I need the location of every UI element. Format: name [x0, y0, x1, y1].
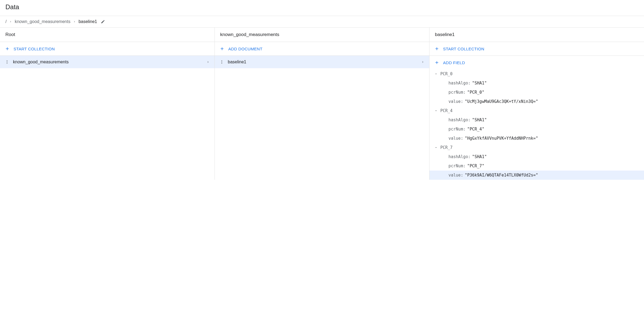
field-value: "SHA1"	[472, 154, 487, 159]
plus-icon	[5, 46, 10, 51]
panel-document: baseline1 START COLLECTION ADD FIELD PCR…	[430, 28, 644, 180]
field-value: "SHA1"	[472, 117, 487, 122]
chevron-right-icon	[9, 20, 12, 23]
breadcrumb: / known_good_measurements baseline1	[0, 16, 644, 27]
svg-point-2	[7, 63, 8, 64]
action-label: START COLLECTION	[14, 47, 55, 51]
field-value: "P36k9AI/W6QTAFe14TLX0WfUd2s="	[465, 173, 538, 178]
svg-point-1	[7, 62, 8, 63]
caret-down-icon	[434, 109, 438, 112]
field-kv[interactable]: hashAlgo:"SHA1"	[430, 115, 644, 125]
field-key: hashAlgo:	[448, 117, 470, 122]
page-title: Data	[0, 0, 644, 16]
caret-down-icon	[434, 72, 438, 76]
field-group-name: PCR_0	[440, 71, 453, 76]
list-item-label: known_good_measurements	[13, 60, 203, 64]
breadcrumb-collection[interactable]: known_good_measurements	[15, 19, 70, 24]
chevron-right-icon	[73, 20, 76, 23]
action-label: ADD FIELD	[443, 60, 465, 65]
field-key: value:	[448, 136, 463, 141]
field-group[interactable]: PCR_0	[430, 69, 644, 79]
field-group-name: PCR_4	[440, 108, 453, 113]
chevron-right-icon	[206, 60, 210, 64]
start-collection-button-doc[interactable]: START COLLECTION	[430, 42, 644, 56]
list-item[interactable]: known_good_measurements	[0, 56, 214, 68]
field-kv[interactable]: value:"UcMj3gwMaU9GAc3QK+tY/xNin3Q="	[430, 97, 644, 106]
field-value: "UcMj3gwMaU9GAc3QK+tY/xNin3Q="	[465, 99, 538, 104]
field-kv[interactable]: pcrNum:"PCR_4"	[430, 125, 644, 134]
svg-point-5	[222, 63, 222, 64]
field-group[interactable]: PCR_7	[430, 143, 644, 152]
plus-icon	[434, 46, 439, 51]
add-document-button[interactable]: ADD DOCUMENT	[215, 42, 429, 56]
field-key: hashAlgo:	[448, 81, 470, 86]
field-key: value:	[448, 173, 463, 178]
field-kv[interactable]: value:"P36k9AI/W6QTAFe14TLX0WfUd2s="	[430, 171, 644, 180]
field-kv[interactable]: value:"HgGxYkfAVVnuPVK+YfAddNHPrnk="	[430, 134, 644, 143]
field-key: pcrNum:	[448, 164, 466, 168]
plus-icon	[434, 60, 439, 65]
add-field-button[interactable]: ADD FIELD	[430, 56, 644, 69]
action-label: START COLLECTION	[443, 47, 484, 51]
more-vert-icon[interactable]	[220, 60, 224, 64]
chevron-right-icon	[421, 60, 424, 64]
field-kv[interactable]: hashAlgo:"SHA1"	[430, 152, 644, 161]
field-kv[interactable]: hashAlgo:"SHA1"	[430, 79, 644, 88]
action-label: ADD DOCUMENT	[228, 47, 262, 51]
panels: Root START COLLECTION known_good_measure…	[0, 27, 644, 180]
field-value: "PCR_4"	[467, 127, 484, 132]
svg-point-0	[7, 60, 8, 61]
caret-down-icon	[434, 146, 438, 149]
field-group-name: PCR_7	[440, 145, 453, 150]
pencil-icon[interactable]	[101, 19, 105, 24]
field-key: hashAlgo:	[448, 154, 470, 159]
document-fields: PCR_0hashAlgo:"SHA1"pcrNum:"PCR_0"value:…	[430, 69, 644, 180]
field-value: "SHA1"	[472, 81, 487, 86]
field-key: pcrNum:	[448, 90, 466, 95]
field-key: value:	[448, 99, 463, 104]
list-item-label: baseline1	[228, 60, 417, 64]
panel-collection-header: known_good_measurements	[215, 28, 429, 42]
panel-root: Root START COLLECTION known_good_measure…	[0, 28, 215, 180]
field-value: "PCR_0"	[467, 90, 484, 95]
panel-root-header: Root	[0, 28, 214, 42]
collection-items-list: baseline1	[215, 56, 429, 68]
field-group[interactable]: PCR_4	[430, 106, 644, 115]
field-value: "HgGxYkfAVVnuPVK+YfAddNHPrnk="	[465, 136, 538, 141]
svg-point-3	[222, 60, 222, 61]
breadcrumb-document[interactable]: baseline1	[79, 19, 97, 24]
field-key: pcrNum:	[448, 127, 466, 132]
breadcrumb-root[interactable]: /	[5, 19, 6, 24]
panel-collection: known_good_measurements ADD DOCUMENT bas…	[215, 28, 430, 180]
root-items-list: known_good_measurements	[0, 56, 214, 68]
start-collection-button[interactable]: START COLLECTION	[0, 42, 214, 56]
svg-point-4	[222, 62, 222, 63]
list-item[interactable]: baseline1	[215, 56, 429, 68]
field-kv[interactable]: pcrNum:"PCR_0"	[430, 88, 644, 97]
field-kv[interactable]: pcrNum:"PCR_7"	[430, 161, 644, 171]
field-value: "PCR_7"	[467, 164, 484, 168]
panel-document-header: baseline1	[430, 28, 644, 42]
more-vert-icon[interactable]	[5, 60, 9, 64]
plus-icon	[220, 46, 225, 51]
